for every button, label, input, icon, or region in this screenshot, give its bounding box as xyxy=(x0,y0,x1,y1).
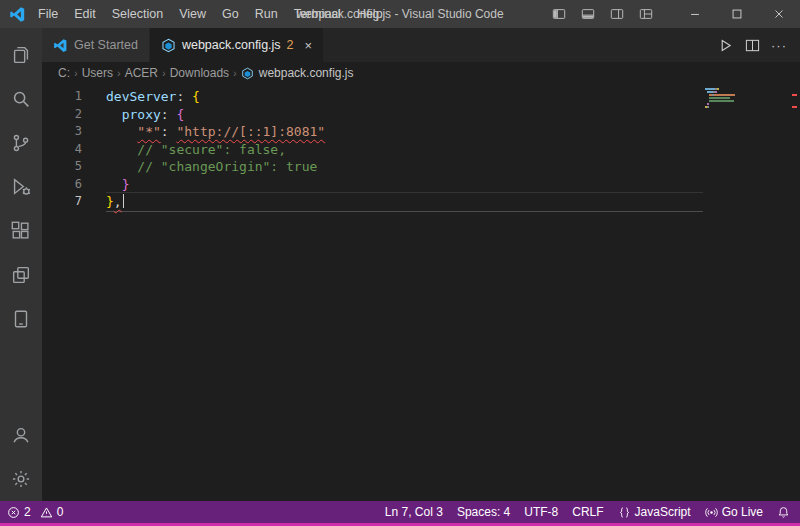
chevron-right-icon: › xyxy=(117,67,121,79)
activity-bar xyxy=(0,28,42,501)
search-icon xyxy=(10,88,32,110)
layout-sidebar-right-icon xyxy=(610,7,624,21)
activity-source-control[interactable] xyxy=(0,121,42,165)
line-number: 1 xyxy=(42,88,82,106)
chevron-right-icon: › xyxy=(74,67,78,79)
more-actions-button[interactable]: ··· xyxy=(767,33,791,57)
close-window-button[interactable] xyxy=(758,0,800,28)
line-number: 4 xyxy=(42,141,82,159)
run-file-button[interactable] xyxy=(713,33,737,57)
menu-help[interactable]: Help xyxy=(349,7,391,21)
breadcrumb-file[interactable]: webpack.config.js xyxy=(239,66,354,80)
split-editor-button[interactable] xyxy=(740,33,764,57)
code-text: devServer: { xyxy=(106,88,703,106)
status-end-of-line[interactable]: CRLF xyxy=(572,505,603,519)
webpack-icon xyxy=(241,67,254,80)
status-warnings-count[interactable]: 0 xyxy=(40,505,64,519)
code-line-7[interactable]: 7}, xyxy=(42,193,800,211)
code-text: // "secure": false, xyxy=(106,141,703,159)
menu-selection[interactable]: Selection xyxy=(104,7,171,21)
breadcrumb-item-users[interactable]: Users xyxy=(80,66,115,80)
source-control-icon xyxy=(10,132,32,154)
code-line-3[interactable]: 3 "*": "http://[::1]:8081" xyxy=(42,123,800,141)
toggle-primary-sidebar-button[interactable] xyxy=(544,0,573,28)
status-bar: 20 Ln 7, Col 3Spaces: 4UTF-8CRLFJavaScri… xyxy=(0,501,800,523)
breadcrumb: C:›Users›ACER›Downloads›webpack.config.j… xyxy=(42,62,800,84)
status-errors-count-label: 2 xyxy=(24,505,31,519)
status-language-mode[interactable]: JavaScript xyxy=(618,505,691,519)
toggle-panel-button[interactable] xyxy=(573,0,602,28)
menu-terminal[interactable]: Terminal xyxy=(286,7,349,21)
activity-extensions[interactable] xyxy=(0,209,42,253)
chevron-right-icon: › xyxy=(162,67,166,79)
line-number: 7 xyxy=(42,193,82,211)
activity-remote-windows[interactable] xyxy=(0,253,42,297)
layout-sidebar-left-icon xyxy=(552,7,566,21)
code-text: }, xyxy=(106,193,703,211)
menu-edit[interactable]: Edit xyxy=(66,7,104,21)
minimize-window-button[interactable] xyxy=(674,0,716,28)
accounts-icon xyxy=(10,424,32,446)
status-errors-count[interactable]: 2 xyxy=(7,505,31,519)
code-line-4[interactable]: 4 // "secure": false, xyxy=(42,141,800,159)
code-text: } xyxy=(106,176,703,194)
menu-file[interactable]: File xyxy=(30,7,66,21)
split-icon xyxy=(745,38,760,53)
tab-get-started[interactable]: Get Started xyxy=(42,28,150,62)
code-editor[interactable]: 1devServer: {2 proxy: {3 "*": "http://[:… xyxy=(42,84,800,501)
activity-run-and-debug[interactable] xyxy=(0,165,42,209)
activity-manage-settings[interactable] xyxy=(0,457,42,501)
code-text: "*": "http://[::1]:8081" xyxy=(106,123,703,141)
maximize-icon xyxy=(730,7,744,21)
activity-search[interactable] xyxy=(0,77,42,121)
code-line-1[interactable]: 1devServer: { xyxy=(42,88,800,106)
layout-grid-icon xyxy=(639,7,653,21)
vscode-logo-icon xyxy=(9,6,26,23)
title-bar: FileEditSelectionViewGoRunTerminalHelp w… xyxy=(0,0,800,28)
code-line-6[interactable]: 6 } xyxy=(42,176,800,194)
customize-layout-button[interactable] xyxy=(631,0,660,28)
bell-icon xyxy=(777,506,790,519)
activity-accounts[interactable] xyxy=(0,413,42,457)
activity-live-preview[interactable] xyxy=(0,297,42,341)
line-number: 3 xyxy=(42,123,82,141)
status-warnings-count-label: 0 xyxy=(57,505,64,519)
minimap[interactable] xyxy=(705,88,797,109)
vscode-window: FileEditSelectionViewGoRunTerminalHelp w… xyxy=(0,0,800,526)
tab-close-icon[interactable]: × xyxy=(305,38,313,53)
toggle-secondary-sidebar-button[interactable] xyxy=(602,0,631,28)
tab-bar: Get Startedwebpack.config.js2× ··· xyxy=(42,28,800,62)
status-encoding-label: UTF-8 xyxy=(524,505,558,519)
status-go-live[interactable]: Go Live xyxy=(705,505,763,519)
status-indentation[interactable]: Spaces: 4 xyxy=(457,505,510,519)
close-icon xyxy=(772,7,786,21)
webpack-icon xyxy=(161,38,176,53)
code-text: // "changeOrigin": true xyxy=(106,158,703,176)
menu-run[interactable]: Run xyxy=(247,7,286,21)
status-encoding[interactable]: UTF-8 xyxy=(524,505,558,519)
breadcrumb-item-downloads[interactable]: Downloads xyxy=(168,66,231,80)
maximize-window-button[interactable] xyxy=(716,0,758,28)
status-notifications[interactable] xyxy=(777,506,790,519)
activity-explorer[interactable] xyxy=(0,33,42,77)
breadcrumb-file-label: webpack.config.js xyxy=(259,66,354,80)
chevron-right-icon: › xyxy=(233,67,237,79)
tab-webpack-config-js[interactable]: webpack.config.js2× xyxy=(150,28,324,62)
code-line-5[interactable]: 5 // "changeOrigin": true xyxy=(42,158,800,176)
menu-view[interactable]: View xyxy=(171,7,214,21)
tab-problems-badge: 2 xyxy=(287,38,294,52)
status-go-live-label: Go Live xyxy=(722,505,763,519)
live-preview-icon xyxy=(10,308,32,330)
status-cursor-position[interactable]: Ln 7, Col 3 xyxy=(385,505,443,519)
breadcrumb-item-acer[interactable]: ACER xyxy=(123,66,160,80)
breadcrumb-item-c[interactable]: C: xyxy=(56,66,72,80)
text-cursor xyxy=(123,194,125,208)
minimize-icon xyxy=(688,7,702,21)
code-line-2[interactable]: 2 proxy: { xyxy=(42,106,800,124)
line-number: 5 xyxy=(42,158,82,176)
layout-panel-icon xyxy=(581,7,595,21)
run-and-debug-icon xyxy=(10,176,32,198)
error-icon xyxy=(7,506,20,519)
menu-go[interactable]: Go xyxy=(214,7,247,21)
editor-actions: ··· xyxy=(713,28,800,62)
